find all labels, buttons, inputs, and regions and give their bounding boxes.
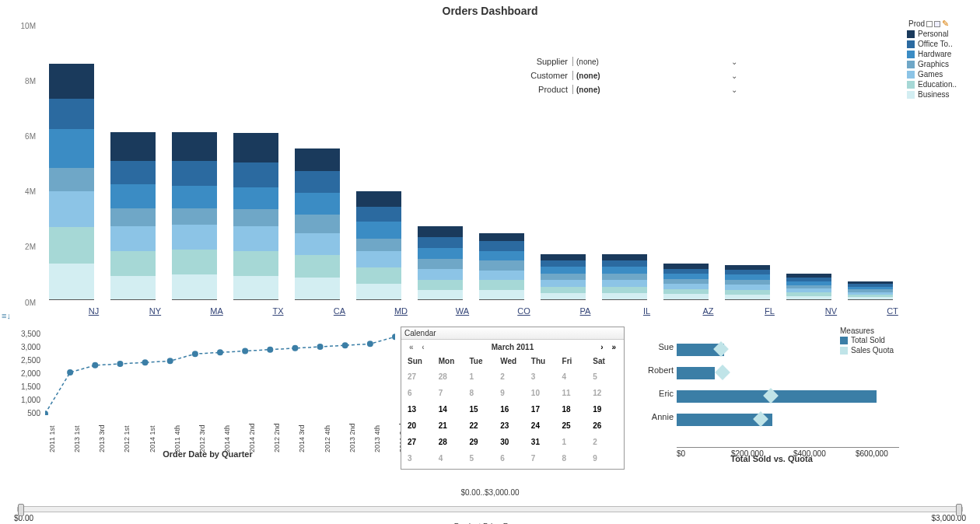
quota-bar-Sue[interactable] — [677, 342, 899, 358]
cal-day[interactable]: 4 — [559, 369, 590, 385]
bar-label[interactable]: NJ — [72, 306, 117, 316]
bar-CT[interactable]: CT — [848, 281, 893, 302]
bar-label[interactable]: TX — [256, 306, 301, 316]
cal-day[interactable]: 28 — [436, 434, 467, 450]
cal-day[interactable]: 19 — [590, 401, 621, 417]
bar-label[interactable]: MA — [194, 306, 240, 316]
bar-WA[interactable]: WA — [418, 226, 463, 302]
bar-label[interactable]: NY — [133, 306, 178, 316]
filter-supplier[interactable]: Supplier (none) ⌄ — [520, 54, 737, 68]
cal-day[interactable]: 5 — [590, 369, 621, 385]
bar-FL[interactable]: FL — [725, 265, 770, 302]
cal-day[interactable]: 1 — [466, 369, 497, 385]
cal-day[interactable]: 18 — [559, 401, 590, 417]
cal-next-icon[interactable]: › — [597, 343, 606, 351]
cal-last-icon[interactable]: » — [608, 343, 619, 351]
cal-day[interactable]: 4 — [436, 450, 467, 466]
legend-icon[interactable]: ✎ — [942, 19, 949, 29]
cal-day[interactable]: 26 — [590, 417, 621, 434]
xtick: 2013 1st — [73, 425, 81, 452]
legend-item[interactable]: Personal — [907, 29, 977, 39]
filter-customer[interactable]: Customer (none) ⌄ — [520, 68, 737, 82]
cal-day[interactable]: 9 — [590, 450, 621, 466]
chevron-down-icon[interactable]: ⌄ — [731, 72, 737, 80]
cal-day[interactable]: 31 — [528, 434, 559, 450]
slider-handle-max[interactable] — [956, 504, 962, 516]
cal-day[interactable]: 5 — [466, 450, 497, 466]
legend-item[interactable]: Office To.. — [907, 39, 977, 49]
bar-label[interactable]: MD — [379, 306, 424, 316]
legend-item[interactable]: Graphics — [907, 59, 977, 69]
bar-label[interactable]: NV — [809, 306, 854, 316]
bar-CO[interactable]: CO — [479, 233, 524, 302]
legend-item[interactable]: Education.. — [907, 79, 977, 89]
cal-day[interactable]: 13 — [404, 401, 436, 417]
legend-item[interactable]: Business — [907, 89, 977, 100]
cal-day[interactable]: 2 — [590, 434, 621, 450]
cal-day[interactable]: 2 — [497, 369, 528, 385]
cal-day[interactable]: 7 — [436, 385, 467, 401]
quota-bar-Robert[interactable] — [677, 365, 899, 381]
cal-day[interactable]: 15 — [466, 401, 497, 417]
bar-PA[interactable]: PA — [541, 254, 586, 302]
cal-day[interactable]: 17 — [528, 401, 559, 417]
bar-MA[interactable]: MA — [172, 132, 217, 302]
bar-label[interactable]: PA — [563, 306, 608, 316]
cal-day[interactable]: 22 — [466, 417, 497, 434]
chevron-down-icon[interactable]: ⌄ — [731, 86, 737, 94]
cal-day[interactable]: 14 — [436, 401, 467, 417]
bar-NJ[interactable]: NJ — [49, 64, 94, 302]
cal-day[interactable]: 29 — [466, 434, 497, 450]
cal-day[interactable]: 25 — [559, 417, 590, 434]
bar-MD[interactable]: MD — [356, 191, 401, 302]
bar-label[interactable]: CO — [502, 306, 547, 316]
legend-item[interactable]: Hardware — [907, 49, 977, 59]
bar-label[interactable]: CT — [870, 306, 915, 316]
bar-CA[interactable]: CA — [295, 148, 340, 302]
cal-day[interactable]: 8 — [559, 450, 590, 466]
cal-day[interactable]: 6 — [404, 385, 436, 401]
svg-point-6 — [192, 351, 198, 357]
slider-handle-min[interactable] — [18, 504, 24, 516]
legend-icon[interactable] — [926, 21, 933, 27]
slider-track[interactable] — [17, 506, 963, 512]
quota-bar-Eric[interactable] — [677, 389, 899, 404]
cal-day[interactable]: 10 — [528, 385, 559, 401]
cal-day[interactable]: 30 — [497, 434, 528, 450]
cal-day[interactable]: 3 — [528, 369, 559, 385]
cal-day[interactable]: 8 — [466, 385, 497, 401]
bar-IL[interactable]: IL — [602, 254, 647, 302]
cal-day[interactable]: 3 — [404, 450, 436, 466]
cal-day[interactable]: 1 — [559, 434, 590, 450]
bar-label[interactable]: FL — [747, 306, 793, 316]
bar-TX[interactable]: TX — [233, 133, 278, 302]
cal-prev-icon[interactable]: ‹ — [418, 343, 427, 351]
bar-label[interactable]: AZ — [686, 306, 731, 316]
cal-first-icon[interactable]: « — [406, 343, 417, 351]
cal-day[interactable]: 20 — [404, 417, 436, 434]
cal-day[interactable]: 9 — [497, 385, 528, 401]
cal-day[interactable]: 6 — [497, 450, 528, 466]
cal-day[interactable]: 27 — [404, 434, 436, 450]
bar-label[interactable]: WA — [440, 306, 485, 316]
cal-day[interactable]: 27 — [404, 369, 436, 385]
cal-day[interactable]: 23 — [497, 417, 528, 434]
legend-icon[interactable] — [934, 21, 940, 27]
cal-day[interactable]: 24 — [528, 417, 559, 434]
cal-day[interactable]: 7 — [528, 450, 559, 466]
bar-label[interactable]: IL — [625, 306, 670, 316]
bar-AZ[interactable]: AZ — [663, 264, 709, 302]
filter-product[interactable]: Product (none) ⌄ — [520, 82, 737, 96]
cal-day[interactable]: 21 — [436, 417, 467, 434]
bar-label[interactable]: CA — [317, 306, 362, 316]
bar-NY[interactable]: NY — [110, 132, 156, 302]
cal-day[interactable]: 11 — [559, 385, 590, 401]
cal-day[interactable]: 16 — [497, 401, 528, 417]
cal-day[interactable]: 28 — [436, 369, 467, 385]
bar-NV[interactable]: NV — [786, 274, 831, 302]
quota-bar-Annie[interactable] — [677, 412, 899, 428]
chevron-down-icon[interactable]: ⌄ — [731, 58, 737, 66]
cal-day[interactable]: 12 — [590, 385, 621, 401]
legend-item[interactable]: Games — [907, 69, 977, 79]
drill-icon[interactable]: ≡↓ — [2, 311, 11, 320]
